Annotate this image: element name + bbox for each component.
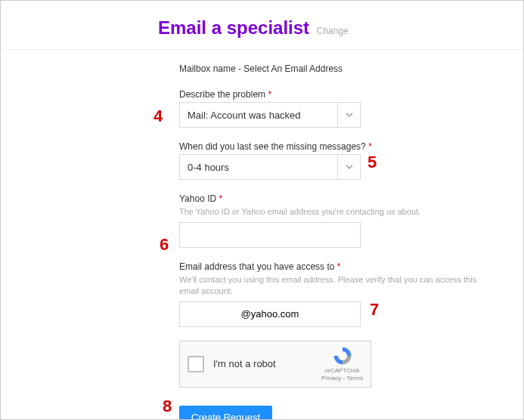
- mailbox-name-line: Mailbox name - Select An Email Address: [179, 63, 493, 74]
- field-describe-problem: Describe the problem * Mail: Account was…: [179, 89, 493, 128]
- yahoo-id-hint: The Yahoo ID or Yahoo email address you'…: [179, 206, 493, 218]
- recaptcha-checkbox[interactable]: [188, 356, 204, 372]
- last-seen-select[interactable]: 0-4 hours: [179, 154, 361, 180]
- recaptcha-widget: I'm not a robot reCAPTCHA Privacy - Term…: [179, 341, 371, 388]
- recaptcha-links[interactable]: Privacy - Terms: [321, 375, 363, 382]
- last-seen-label: When did you last see the missing messag…: [179, 141, 493, 152]
- chevron-down-icon: [337, 155, 360, 179]
- annotation-6: 6: [160, 235, 169, 255]
- yahoo-id-input[interactable]: [179, 222, 361, 248]
- access-email-input[interactable]: [179, 301, 361, 327]
- describe-problem-select[interactable]: Mail: Account was hacked: [179, 102, 361, 128]
- annotation-8: 8: [163, 397, 172, 416]
- access-email-hint: We'll contact you using this email addre…: [179, 274, 493, 297]
- page-header: Email a specialist Change: [1, 1, 523, 50]
- change-link[interactable]: Change: [317, 26, 349, 36]
- create-request-button[interactable]: Create Request: [179, 406, 272, 420]
- required-mark: *: [268, 89, 271, 100]
- field-access-email: Email address that you have access to * …: [179, 261, 493, 327]
- required-mark: *: [337, 261, 341, 272]
- recaptcha-brand: reCAPTCHA Privacy - Terms: [321, 345, 363, 381]
- required-mark: *: [368, 141, 372, 152]
- yahoo-id-label: Yahoo ID *: [179, 193, 493, 204]
- access-email-label: Email address that you have access to *: [179, 261, 493, 272]
- required-mark: *: [219, 193, 223, 204]
- chevron-down-icon: [337, 103, 360, 127]
- field-yahoo-id: Yahoo ID * The Yahoo ID or Yahoo email a…: [179, 193, 493, 248]
- last-seen-value: 0-4 hours: [180, 155, 337, 179]
- annotation-4: 4: [153, 107, 163, 126]
- recaptcha-icon: [332, 345, 353, 366]
- form: Mailbox name - Select An Email Address D…: [179, 50, 493, 420]
- field-last-seen: When did you last see the missing messag…: [179, 141, 493, 180]
- recaptcha-label: I'm not a robot: [213, 358, 321, 369]
- describe-problem-label: Describe the problem *: [179, 89, 493, 100]
- page-title: Email a specialist: [158, 17, 309, 38]
- describe-problem-value: Mail: Account was hacked: [180, 103, 337, 127]
